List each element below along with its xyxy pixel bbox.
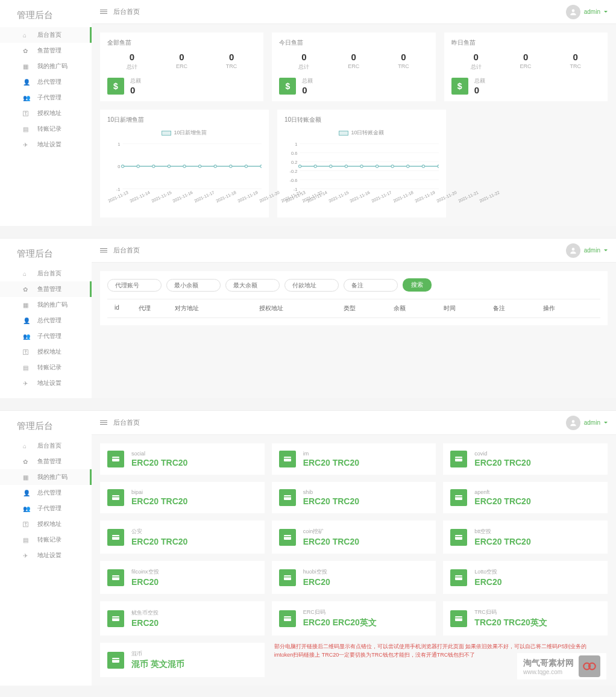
sidebar-item-sub[interactable]: 👥子代管理 bbox=[0, 328, 92, 344]
page-title: 后台首页 bbox=[113, 7, 140, 16]
svg-rect-61 bbox=[284, 575, 291, 580]
gear-icon: ✈ bbox=[23, 552, 31, 559]
promo-code: ERC20 TRC20 bbox=[131, 537, 187, 546]
promo-card[interactable]: 公安 ERC20 TRC20 bbox=[100, 520, 265, 554]
promo-card[interactable]: shib ERC20 TRC20 bbox=[272, 482, 436, 513]
sidebar-item-auth[interactable]: ⚿授权地址 bbox=[0, 516, 92, 532]
sidebar-item-sub[interactable]: 👥子代管理 bbox=[0, 90, 92, 105]
svg-point-36 bbox=[407, 165, 409, 167]
promo-name: apenft bbox=[474, 489, 530, 495]
promo-card[interactable]: apenft ERC20 TRC20 bbox=[443, 482, 608, 513]
search-input[interactable] bbox=[284, 279, 339, 292]
code-icon: ▦ bbox=[23, 63, 31, 70]
caret-down-icon bbox=[604, 11, 608, 13]
svg-point-32 bbox=[345, 165, 347, 167]
sidebar-item-transfer[interactable]: ▤转账记录 bbox=[0, 532, 92, 548]
sidebar-item-sub[interactable]: 👥子代管理 bbox=[0, 501, 92, 516]
sidebar-item-home[interactable]: ⌂后台首页 bbox=[0, 438, 92, 454]
svg-point-0 bbox=[571, 9, 574, 12]
sidebar-item-address[interactable]: ✈地址设置 bbox=[0, 137, 92, 152]
card-icon bbox=[107, 652, 124, 669]
menu-toggle-icon[interactable] bbox=[100, 248, 107, 252]
user-menu[interactable]: admin bbox=[566, 243, 608, 258]
list-icon: ▤ bbox=[23, 537, 31, 543]
table-header-cell: 类型 bbox=[344, 304, 394, 313]
sidebar-item-fish[interactable]: ✿鱼苗管理 bbox=[0, 43, 92, 58]
avatar bbox=[566, 243, 580, 258]
sidebar-item-promo[interactable]: ▦我的推广码 bbox=[0, 58, 92, 74]
sidebar-item-auth[interactable]: ⚿授权地址 bbox=[0, 105, 92, 121]
svg-point-31 bbox=[330, 165, 332, 167]
sidebar-item-promo[interactable]: ▦我的推广码 bbox=[0, 297, 92, 313]
watermark-text: 淘气哥素材网 bbox=[523, 658, 574, 667]
promo-code: ERC20 TRC20 bbox=[474, 458, 530, 467]
search-input[interactable] bbox=[344, 279, 398, 292]
menu-toggle-icon[interactable] bbox=[100, 10, 107, 14]
svg-point-33 bbox=[360, 165, 363, 167]
promo-card[interactable]: bipai ERC20 TRC20 bbox=[100, 482, 265, 513]
promo-card[interactable]: TRC归码 TRC20 TRC20英文 bbox=[443, 601, 608, 636]
sidebar-item-master[interactable]: 👤总代管理 bbox=[0, 485, 92, 501]
stat-card: 今日鱼苗 0总计0ERC0TRC $ 总额 0 bbox=[272, 33, 435, 101]
svg-rect-69 bbox=[455, 616, 462, 621]
svg-rect-70 bbox=[455, 617, 462, 618]
promo-card[interactable]: social ERC20 TRC20 bbox=[100, 443, 265, 475]
promo-name: btt空投 bbox=[474, 528, 530, 536]
svg-point-12 bbox=[198, 165, 201, 167]
sidebar-item-address[interactable]: ✈地址设置 bbox=[0, 548, 92, 563]
promo-card[interactable]: Lotto空投 ERC20 bbox=[443, 561, 608, 594]
sidebar-item-home[interactable]: ⌂后台首页 bbox=[0, 27, 92, 43]
sidebar-item-fish[interactable]: ✿鱼苗管理 bbox=[0, 281, 92, 297]
svg-point-9 bbox=[152, 165, 155, 167]
sidebar-item-fish[interactable]: ✿鱼苗管理 bbox=[0, 454, 92, 469]
svg-rect-59 bbox=[112, 575, 119, 580]
promo-card[interactable]: covid ERC20 TRC20 bbox=[443, 443, 608, 475]
promo-card[interactable]: im ERC20 TRC20 bbox=[272, 443, 436, 475]
sidebar-item-master[interactable]: 👤总代管理 bbox=[0, 74, 92, 90]
stat-value: 0 bbox=[226, 52, 237, 62]
sidebar-item-address[interactable]: ✈地址设置 bbox=[0, 375, 92, 391]
stat-label: 总计 bbox=[127, 63, 137, 71]
svg-rect-72 bbox=[112, 659, 119, 660]
promo-card[interactable]: huobi空投 ERC20 bbox=[272, 561, 436, 594]
promo-card[interactable]: coin挖矿 ERC20 TRC20 bbox=[272, 520, 436, 554]
svg-text:1: 1 bbox=[295, 142, 297, 147]
svg-rect-65 bbox=[112, 616, 119, 621]
card-icon bbox=[450, 529, 467, 546]
search-input[interactable] bbox=[107, 279, 162, 292]
stat-label: ERC bbox=[176, 63, 187, 69]
svg-rect-57 bbox=[455, 535, 462, 540]
promo-card[interactable]: btt空投 ERC20 TRC20 bbox=[443, 520, 608, 554]
table-header-cell: 时间 bbox=[444, 304, 494, 313]
sidebar-item-home[interactable]: ⌂后台首页 bbox=[0, 266, 92, 281]
search-input[interactable] bbox=[225, 279, 280, 292]
svg-point-13 bbox=[214, 165, 216, 167]
gear-icon: ✈ bbox=[23, 380, 31, 387]
search-button[interactable]: 搜索 bbox=[403, 278, 432, 292]
svg-text:0.2: 0.2 bbox=[291, 160, 297, 165]
user-menu[interactable]: admin bbox=[566, 416, 608, 430]
user-menu[interactable]: admin bbox=[566, 5, 608, 19]
promo-card[interactable]: 混币 混币 英文混币 bbox=[100, 643, 265, 677]
sidebar-item-auth[interactable]: ⚿授权地址 bbox=[0, 344, 92, 360]
promo-name: bipai bbox=[131, 489, 187, 495]
promo-card[interactable]: filcoinx空投 ERC20 bbox=[100, 561, 265, 594]
promo-code: ERC20 TRC20 bbox=[303, 496, 359, 506]
chart-title: 10日转账金额 bbox=[284, 116, 439, 124]
promo-card[interactable]: 鱿鱼币空投 ERC20 bbox=[100, 601, 265, 636]
search-input[interactable] bbox=[166, 279, 221, 292]
chart-xlabels: 2021-11-132021-11-142021-11-152021-11-16… bbox=[284, 195, 439, 199]
username: admin bbox=[584, 8, 600, 15]
sidebar-item-transfer[interactable]: ▤转账记录 bbox=[0, 360, 92, 375]
sidebar-item-transfer[interactable]: ▤转账记录 bbox=[0, 121, 92, 137]
stat-label: 总计 bbox=[298, 63, 309, 71]
promo-card[interactable]: ERC归码 ERC20 ERC20英文 bbox=[272, 601, 436, 636]
user-icon: 👤 bbox=[23, 490, 31, 496]
key-icon: ⚿ bbox=[23, 349, 31, 355]
sidebar-item-promo[interactable]: ▦我的推广码 bbox=[0, 469, 92, 485]
menu-toggle-icon[interactable] bbox=[100, 420, 107, 425]
sidebar-item-master[interactable]: 👤总代管理 bbox=[0, 313, 92, 328]
user-icon: 👤 bbox=[23, 317, 31, 324]
card-icon bbox=[279, 569, 296, 586]
stat-total-label: 总额 bbox=[474, 77, 485, 85]
